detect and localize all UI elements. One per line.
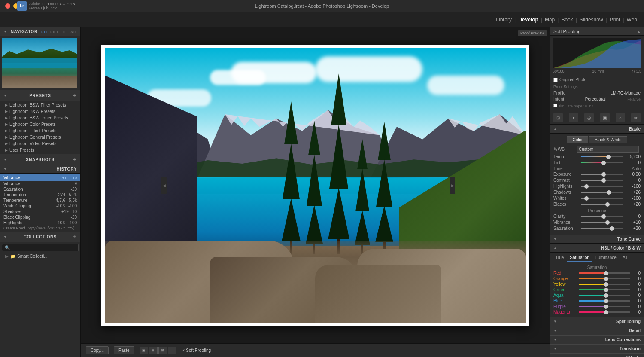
radial-tool[interactable]: ○ [616,113,625,122]
preset-effect[interactable]: ▶Lightroom Effect Presets [0,128,80,134]
nav-sep5: | [605,17,608,23]
transform-header[interactable]: ▼ Transform [550,344,644,353]
nav-web[interactable]: Web [627,17,637,23]
presets-add-btn[interactable]: + [73,92,77,99]
preset-general[interactable]: ▶Lightroom General Presets [0,134,80,140]
history-item-4[interactable]: Temperature-4,7,65,5k [0,198,80,203]
detail-header[interactable]: ▼ Detail [550,326,644,335]
history-item-2[interactable]: Saturation-20 [0,186,80,192]
left-expand-arrow[interactable]: ◀ [161,177,167,194]
crop-tool[interactable]: ⊡ [553,113,563,122]
history-item-7[interactable]: Black Clipping-20 [0,214,80,220]
collections-header[interactable]: ▼ Collections + [0,232,80,242]
preset-user[interactable]: ▶User Presets [0,147,80,153]
hsl-section-header[interactable]: ▲ HSL / Color / B & W [550,244,644,253]
split-toning-header[interactable]: ▼ Split Toning [550,317,644,326]
paste-button[interactable]: Paste [114,346,134,354]
split-toning-arrow: ▼ [553,320,557,323]
sat-purple-slider[interactable] [579,306,630,307]
view-compare[interactable]: ⊞ [149,347,158,354]
right-expand-arrow[interactable]: ▶ [450,177,455,194]
history-item-6[interactable]: Shadows+1910 [0,209,80,214]
soft-proofing-header[interactable]: Soft Proofing ▲ [550,27,644,36]
eyedropper-icon[interactable]: ✎ [553,146,558,153]
blacks-slider[interactable] [581,204,623,205]
collections-add-btn[interactable]: + [73,233,77,240]
nav-slideshow[interactable]: Slideshow [580,17,603,23]
nav-print[interactable]: Print [610,17,620,23]
highlights-value: -100 [625,184,641,189]
lens-corrections-header[interactable]: ▼ Lens Corrections [550,335,644,344]
view-filmstrip[interactable]: ☰ [168,347,176,354]
exposure-slider[interactable] [581,174,623,175]
hsl-tab-saturation[interactable]: Saturation [567,254,592,262]
shadows-slider[interactable] [581,192,623,193]
gradient-tool[interactable]: ▣ [600,113,610,122]
exposure-row: Exposure 0.00 [553,172,641,177]
proof-intent-val[interactable]: Perceptual [585,97,606,101]
sat-green-slider[interactable] [579,289,630,290]
sat-blue-slider[interactable] [579,300,630,302]
soft-proofing-toggle[interactable]: ✓ Soft Proofing [182,348,211,353]
snapshots-add-btn[interactable]: + [73,156,77,163]
sat-magenta-slider[interactable] [579,311,630,313]
collection-smart[interactable]: ▶ 📁 Smart Collecti... [2,253,79,259]
history-item-8[interactable]: Highlights-106-100 [0,220,80,226]
treatment-color-btn[interactable]: Color [567,136,588,143]
highlights-slider[interactable] [581,186,623,187]
sat-purple-val: 0 [632,304,641,309]
heal-tool[interactable]: ✦ [569,113,578,122]
nav-book[interactable]: Book [561,17,573,23]
preset-bw-filter[interactable]: ▶Lightroom B&W Filter Presets [0,102,80,108]
saturation-slider[interactable] [581,228,623,229]
contrast-slider[interactable] [581,180,623,181]
hsl-tab-hue[interactable]: Hue [553,254,566,262]
history-item-active[interactable]: Vibrance +1 → 10 [0,174,80,181]
nav-library[interactable]: Library [496,17,512,23]
hsl-tab-luminance[interactable]: Luminance [593,254,619,262]
vibrance-slider[interactable] [581,222,623,223]
redeye-tool[interactable]: ◎ [584,113,594,122]
original-photo-checkbox[interactable] [553,78,558,82]
treatment-bw-btn[interactable]: Black & White [589,136,627,143]
nav-develop[interactable]: Develop [518,17,538,23]
sat-aqua-slider[interactable] [579,295,630,296]
preset-video[interactable]: ▶Lightroom Video Presets [0,140,80,147]
preset-bw[interactable]: ▶Lightroom B&W Presets [0,108,80,115]
auto-btn[interactable]: Auto [632,166,641,171]
brush-tool[interactable]: ✏ [631,113,641,122]
sat-orange-slider[interactable] [579,278,630,279]
history-item-proof[interactable]: Create Proof Copy (09/10/2017 19:47:22) [0,226,80,231]
tone-curve-header[interactable]: ▼ Tone Curve [550,235,644,244]
hsl-tab-all[interactable]: All [620,254,630,262]
view-survey[interactable]: ⊟ [158,347,167,354]
copy-button[interactable]: Copy... [86,346,109,354]
history-item-3[interactable]: Temperature-2745,2k [0,192,80,198]
history-item-5[interactable]: White Clipping-106-100 [0,203,80,209]
sat-aqua-label: Aqua [553,293,577,298]
wb-select[interactable]: Custom [577,146,639,153]
preset-bw-toned[interactable]: ▶Lightroom B&W Toned Presets [0,115,80,121]
nav-map[interactable]: Map [545,17,555,23]
preset-color[interactable]: ▶Lightroom Color Presets [0,121,80,128]
history-item-1[interactable]: Vibrance9 [0,181,80,186]
whites-slider[interactable] [581,198,623,199]
presets-header[interactable]: ▼ Presets + [0,90,80,101]
navigator-header[interactable]: ▼ Navigator FIT FILL 1:1 3:1 [0,27,80,36]
tint-slider[interactable] [581,162,623,163]
titlebar: Lr Adobe Lightroom CC 2015 Goran Ljubunc… [0,0,644,12]
sat-red-slider[interactable] [579,272,630,274]
sat-yellow-slider[interactable] [579,284,630,285]
basic-section-header[interactable]: ▲ Basic [550,125,644,134]
proof-profile-val[interactable]: LM-TO-Manage [611,91,641,95]
snapshots-header[interactable]: ▼ Snapshots + [0,154,80,165]
temp-slider[interactable] [581,156,623,157]
proof-relative[interactable]: Relative [626,97,641,101]
effects-header[interactable]: ▼ Effects [550,353,644,357]
clarity-slider[interactable] [581,216,623,217]
simulate-paper-checkbox[interactable] [553,104,557,107]
close-btn[interactable] [5,3,10,9]
view-single[interactable]: ▣ [140,347,148,354]
history-header[interactable]: ▼ History [0,165,80,174]
collections-search[interactable] [2,244,79,251]
